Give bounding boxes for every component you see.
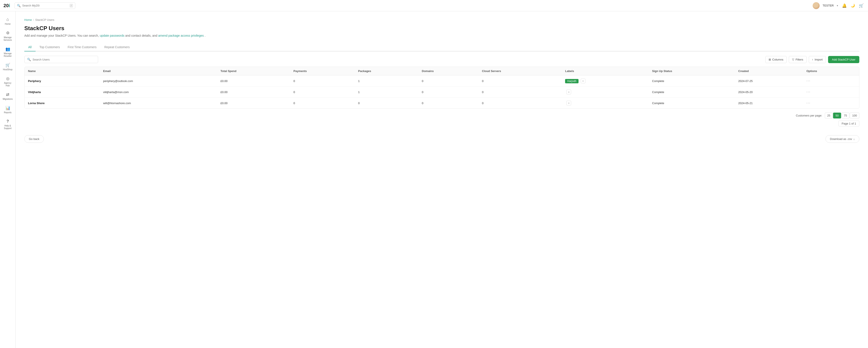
per-page-50[interactable]: 50 <box>833 113 841 119</box>
tab-repeat-customers[interactable]: Repeat Customers <box>100 43 134 52</box>
per-page-label: Customers per page: <box>796 114 822 117</box>
download-label: Download as .csv <box>830 137 852 140</box>
table-row: Lorna Shore will@hlornashore.com £0.00 0… <box>25 98 859 109</box>
row-3-name: Lorna Shore <box>25 98 100 109</box>
per-page-75[interactable]: 75 <box>841 113 849 119</box>
tab-all[interactable]: All <box>24 43 36 52</box>
row-1-total-spend: £0.00 <box>217 75 290 87</box>
col-labels: Labels <box>562 67 649 75</box>
layout: ⌂ Home ⚙ Manage Services 👥 Manage Resell… <box>0 11 868 348</box>
main-content: Home / StackCP Users StackCP Users Add a… <box>16 11 868 348</box>
page-description: Add and manage your StackCP Users. You c… <box>24 33 859 38</box>
topnav: 20i 🔍 / TESTER ▾ 🔔 🌙 🛒 <box>0 0 868 11</box>
agency-hub-icon: ◎ <box>6 76 9 81</box>
footer-row: Go back Download as .csv ↓ <box>24 135 859 143</box>
row-2-signup-status: Complete <box>649 87 735 98</box>
user-chevron-icon[interactable]: ▾ <box>837 4 838 7</box>
update-passwords-link[interactable]: update passwords <box>100 34 125 37</box>
avatar-image <box>813 2 819 9</box>
breadcrumb-home-link[interactable]: Home <box>24 18 32 22</box>
download-csv-button[interactable]: Download as .csv ↓ <box>826 135 859 143</box>
row-3-options: ··· <box>803 98 859 109</box>
columns-icon: ⊞ <box>769 58 771 61</box>
cart-button[interactable]: 🛒 <box>858 2 865 9</box>
filters-button[interactable]: ▽ Filters <box>789 56 806 63</box>
logo-text-20: 20 <box>3 3 9 8</box>
table-row: Vildjharta vildjharta@msn.com £0.00 0 1 … <box>25 87 859 98</box>
filters-icon: ▽ <box>792 58 794 61</box>
hostshop-icon: 🛒 <box>5 63 10 67</box>
amend-package-link[interactable]: amend package access privileges <box>158 34 204 37</box>
sidebar-item-label-help-support: Help & Support <box>2 125 13 130</box>
row-3-packages: 0 <box>354 98 418 109</box>
row-1-options-button[interactable]: ··· <box>806 79 810 83</box>
row-2-domains: 0 <box>418 87 478 98</box>
col-cloud-servers: Cloud Servers <box>478 67 562 75</box>
sidebar-item-label-hostshop: HostShop <box>3 68 12 71</box>
row-1-domains: 0 <box>418 75 478 87</box>
add-label-button-1[interactable]: + <box>581 78 586 83</box>
logo: 20i <box>3 3 10 8</box>
sidebar-item-reports[interactable]: 📊 Reports <box>1 103 15 116</box>
search-users-icon: 🔍 <box>27 58 31 61</box>
row-2-name: Vildjharta <box>25 87 100 98</box>
sidebar-item-manage-reseller[interactable]: 👥 Manage Reseller <box>1 44 15 60</box>
home-icon: ⌂ <box>6 17 9 22</box>
slash-badge: / <box>70 4 73 7</box>
topnav-right: TESTER ▾ 🔔 🌙 🛒 <box>813 2 865 9</box>
tab-top-customers[interactable]: Top Customers <box>36 43 64 52</box>
sidebar-item-hostshop[interactable]: 🛒 HostShop <box>1 61 15 73</box>
label-harjodh: Harjodh <box>565 79 579 83</box>
col-created: Created <box>735 67 803 75</box>
row-3-labels: + <box>562 98 649 109</box>
moon-icon: 🌙 <box>850 3 855 8</box>
import-button[interactable]: ↑ Import <box>809 56 826 63</box>
row-2-options-button[interactable]: ··· <box>806 90 810 94</box>
theme-toggle[interactable]: 🌙 <box>850 3 855 8</box>
row-3-total-spend: £0.00 <box>217 98 290 109</box>
import-label: Import <box>815 58 823 61</box>
row-2-labels: + <box>562 87 649 98</box>
add-label-button-3[interactable]: + <box>566 101 571 105</box>
search-users-bar[interactable]: 🔍 <box>24 56 98 63</box>
go-back-button[interactable]: Go back <box>24 135 44 143</box>
toolbar-right: ⊞ Columns ▽ Filters ↑ Import Add StackCP… <box>765 56 859 63</box>
tabs: All Top Customers First Time Customers R… <box>24 43 859 52</box>
users-table: Name Email Total Spend Payments Packages… <box>24 67 859 109</box>
add-label-button-2[interactable]: + <box>566 90 571 94</box>
user-name[interactable]: TESTER <box>823 4 834 7</box>
sidebar-item-agency-hub[interactable]: ◎ Agency Hub <box>1 74 15 89</box>
per-page-25[interactable]: 25 <box>825 113 833 119</box>
reports-icon: 📊 <box>5 106 10 110</box>
download-icon: ↓ <box>854 137 855 140</box>
sidebar-item-manage-services[interactable]: ⚙ Manage Services <box>1 28 15 43</box>
tab-first-time-customers[interactable]: First Time Customers <box>64 43 100 52</box>
manage-reseller-icon: 👥 <box>5 46 10 52</box>
notifications-button[interactable]: 🔔 <box>841 2 847 9</box>
sidebar-item-label-manage-reseller: Manage Reseller <box>2 52 13 58</box>
col-domains: Domains <box>418 67 478 75</box>
table-body: Periphery periphery@outlook.com £0.00 0 … <box>25 75 859 109</box>
row-1-signup-status: Complete <box>649 75 735 87</box>
row-3-email: will@hlornashore.com <box>100 98 217 109</box>
global-search-input[interactable] <box>22 4 68 7</box>
page-desc-text1: Add and manage your StackCP Users. You c… <box>24 34 100 37</box>
sidebar: ⌂ Home ⚙ Manage Services 👥 Manage Resell… <box>0 11 16 348</box>
global-search-bar[interactable]: 🔍 / <box>14 2 75 9</box>
table-header-row: Name Email Total Spend Payments Packages… <box>25 67 859 75</box>
per-page-100[interactable]: 100 <box>850 113 859 119</box>
pagination: Customers per page: 25 50 75 100 <box>24 113 859 119</box>
search-users-input[interactable] <box>33 58 95 61</box>
col-packages: Packages <box>354 67 418 75</box>
page-of-label: Page 1 of 1 <box>838 121 860 126</box>
row-2-packages: 1 <box>354 87 418 98</box>
sidebar-item-home[interactable]: ⌂ Home <box>1 15 15 28</box>
add-stackcp-user-button[interactable]: Add StackCP User <box>828 56 859 63</box>
columns-button[interactable]: ⊞ Columns <box>765 56 786 63</box>
sidebar-item-label-agency-hub: Agency Hub <box>2 82 13 87</box>
sidebar-item-migrations[interactable]: ⇄ Migrations <box>1 90 15 103</box>
sidebar-item-help-support[interactable]: ? Help & Support <box>1 117 15 132</box>
import-icon: ↑ <box>812 58 813 61</box>
row-3-options-button[interactable]: ··· <box>806 101 810 105</box>
row-3-signup-status: Complete <box>649 98 735 109</box>
